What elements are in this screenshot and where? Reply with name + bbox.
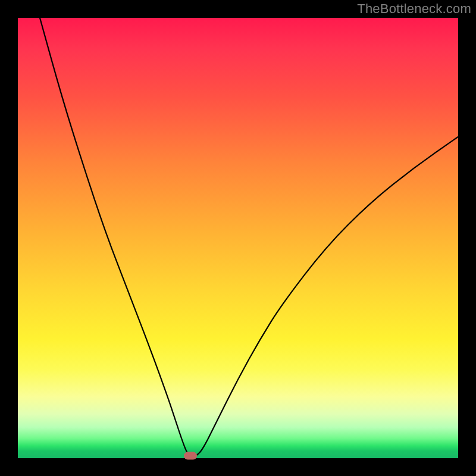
watermark-text: TheBottleneck.com xyxy=(357,1,471,17)
plot-area xyxy=(18,18,458,458)
chart-frame: TheBottleneck.com xyxy=(0,0,476,476)
bottleneck-curve xyxy=(40,18,458,457)
optimal-marker xyxy=(184,452,197,460)
curve-svg xyxy=(18,18,458,458)
